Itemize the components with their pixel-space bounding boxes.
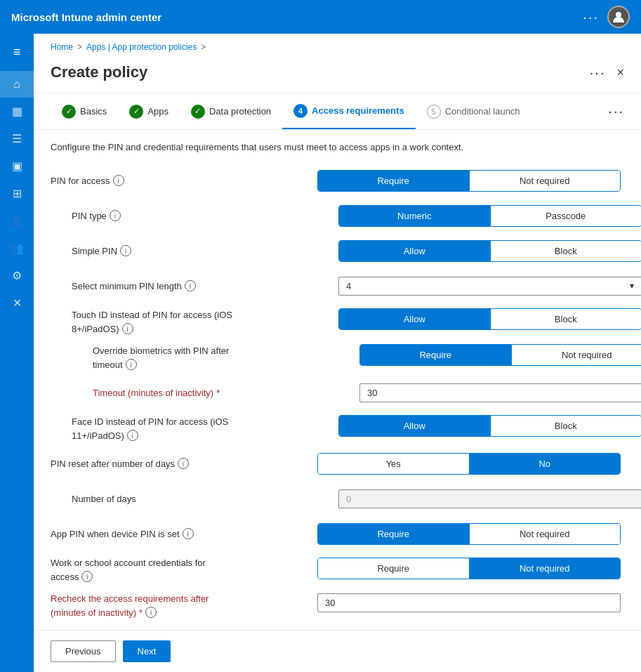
face-id-info-icon[interactable]: i: [127, 430, 138, 441]
sidebar-item-list[interactable]: ☰: [0, 125, 34, 152]
wizard-more-button[interactable]: ···: [608, 93, 624, 129]
avatar[interactable]: [607, 6, 630, 28]
override-biometrics-label: Override biometrics with PIN after timeo…: [93, 344, 359, 370]
override-biometrics-require-btn[interactable]: Require: [360, 345, 512, 365]
pin-type-row: PIN type i Numeric Passcode: [51, 203, 624, 228]
sidebar-item-apps[interactable]: ⊞: [0, 180, 34, 207]
recheck-access-info-icon[interactable]: i: [145, 607, 157, 618]
tab-conditional-launch[interactable]: 5 Conditional launch: [416, 95, 531, 129]
content-area: Home > Apps | App protection policies > …: [34, 34, 641, 672]
tab-data-protection[interactable]: ✓ Data protection: [180, 95, 282, 129]
work-credentials-toggle: Require Not required: [317, 558, 621, 579]
tab-access-num-icon: 4: [293, 104, 308, 118]
min-pin-length-control: 4 ▾: [338, 277, 641, 296]
min-pin-length-arrow-icon: ▾: [630, 281, 634, 291]
override-biometrics-row: Override biometrics with PIN after timeo…: [51, 344, 624, 370]
work-credentials-info-icon[interactable]: i: [81, 571, 93, 582]
sidebar-toggle[interactable]: ≡: [8, 39, 27, 65]
work-credentials-not-required-btn[interactable]: Not required: [470, 558, 621, 579]
pin-for-access-info-icon[interactable]: i: [113, 175, 124, 186]
face-id-block-btn[interactable]: Block: [491, 416, 642, 436]
pin-for-access-row: PIN for access i Require Not required: [51, 168, 624, 193]
breadcrumb-sep-1: >: [77, 42, 82, 52]
work-credentials-require-btn[interactable]: Require: [318, 558, 470, 579]
touch-id-allow-btn[interactable]: Allow: [339, 309, 491, 329]
recheck-access-input[interactable]: [317, 593, 621, 612]
recheck-access-control: [317, 593, 624, 612]
app-pin-device-require-btn[interactable]: Require: [318, 524, 470, 544]
topbar-more-button[interactable]: ···: [583, 9, 599, 25]
recheck-access-label: Recheck the access requirements after (m…: [51, 592, 317, 618]
face-id-toggle: Allow Block: [338, 415, 641, 437]
pin-type-label: PIN type i: [72, 210, 338, 221]
tab-access-requirements[interactable]: 4 Access requirements: [282, 94, 416, 129]
touch-id-block-btn[interactable]: Block: [491, 309, 642, 329]
previous-button[interactable]: Previous: [51, 640, 116, 662]
app-pin-device-row: App PIN when device PIN is set i Require…: [51, 521, 624, 546]
timeout-input[interactable]: [359, 383, 641, 402]
pin-for-access-not-required-btn[interactable]: Not required: [470, 171, 621, 191]
sidebar-item-users[interactable]: 👤: [0, 207, 34, 235]
sidebar-item-home[interactable]: ⌂: [0, 71, 34, 98]
sidebar-item-devices[interactable]: ▣: [0, 152, 34, 180]
override-biometrics-not-required-btn[interactable]: Not required: [512, 345, 642, 365]
app-pin-device-not-required-btn[interactable]: Not required: [470, 524, 621, 544]
breadcrumb-policies[interactable]: Apps | App protection policies: [86, 42, 197, 52]
face-id-label: Face ID instead of PIN for access (iOS 1…: [72, 415, 338, 441]
sidebar: ≡ ⌂ ▦ ☰ ▣ ⊞ 👤 👥 ⚙ ✕: [0, 34, 34, 672]
pin-reset-info-icon[interactable]: i: [178, 458, 189, 469]
tab-apps[interactable]: ✓ Apps: [118, 95, 180, 129]
pin-reset-yes-btn[interactable]: Yes: [318, 454, 470, 474]
pin-reset-control: Yes No: [317, 453, 624, 475]
timeout-control: [359, 383, 641, 402]
pin-type-passcode-btn[interactable]: Passcode: [491, 206, 642, 226]
face-id-allow-btn[interactable]: Allow: [339, 416, 491, 436]
pin-reset-toggle: Yes No: [317, 453, 621, 475]
tab-basics[interactable]: ✓ Basics: [51, 95, 118, 129]
work-credentials-control: Require Not required: [317, 558, 624, 579]
simple-pin-info-icon[interactable]: i: [120, 245, 131, 256]
sidebar-item-groups[interactable]: 👥: [0, 235, 34, 262]
breadcrumb: Home > Apps | App protection policies >: [34, 34, 641, 55]
simple-pin-label: Simple PIN i: [72, 245, 338, 256]
tab-data-protection-check-icon: ✓: [191, 105, 205, 119]
tab-apps-label: Apps: [147, 106, 168, 117]
app-pin-device-control: Require Not required: [317, 523, 624, 545]
sidebar-item-settings[interactable]: ⚙: [0, 262, 34, 289]
breadcrumb-sep-2: >: [201, 42, 206, 52]
override-biometrics-toggle: Require Not required: [359, 344, 641, 366]
min-pin-length-info-icon[interactable]: i: [185, 280, 196, 291]
wizard-tabs: ✓ Basics ✓ Apps ✓ Data protection 4 Acce…: [34, 93, 641, 130]
sidebar-item-dashboard[interactable]: ▦: [0, 98, 34, 125]
simple-pin-allow-btn[interactable]: Allow: [339, 241, 491, 261]
panel-close-button[interactable]: ×: [616, 65, 624, 80]
next-button[interactable]: Next: [123, 640, 171, 662]
timeout-row: Timeout (minutes of inactivity) *: [51, 380, 624, 405]
pin-type-control: Numeric Passcode: [338, 205, 641, 227]
pin-type-info-icon[interactable]: i: [110, 210, 121, 221]
override-biometrics-info-icon[interactable]: i: [126, 359, 137, 370]
app-pin-device-info-icon[interactable]: i: [183, 528, 194, 539]
number-of-days-label: Number of days: [72, 494, 338, 504]
pin-for-access-label: PIN for access i: [51, 175, 317, 186]
panel-header: Create policy ··· ×: [34, 55, 641, 93]
pin-reset-no-btn[interactable]: No: [470, 454, 621, 474]
topbar: Microsoft Intune admin center ···: [0, 0, 641, 34]
min-pin-length-label: Select minimum PIN length i: [72, 280, 338, 291]
tab-access-requirements-label: Access requirements: [312, 105, 404, 116]
face-id-row: Face ID instead of PIN for access (iOS 1…: [51, 415, 624, 441]
breadcrumb-home[interactable]: Home: [51, 42, 73, 52]
pin-type-numeric-btn[interactable]: Numeric: [339, 206, 491, 226]
tab-data-protection-label: Data protection: [209, 106, 271, 117]
pin-for-access-control: Require Not required: [317, 170, 624, 192]
min-pin-length-dropdown[interactable]: 4 ▾: [338, 277, 641, 296]
touch-id-toggle: Allow Block: [338, 308, 641, 330]
pin-for-access-require-btn[interactable]: Require: [318, 171, 470, 191]
panel: Create policy ··· × ✓ Basics ✓ Apps ✓: [34, 55, 641, 672]
panel-more-button[interactable]: ···: [590, 65, 606, 81]
main-layout: ≡ ⌂ ▦ ☰ ▣ ⊞ 👤 👥 ⚙ ✕ Home > Apps | App pr…: [0, 34, 641, 672]
touch-id-info-icon[interactable]: i: [122, 323, 133, 334]
simple-pin-block-btn[interactable]: Block: [491, 241, 642, 261]
sidebar-item-tools[interactable]: ✕: [0, 289, 34, 317]
work-credentials-row: Work or school account credentials for a…: [51, 556, 624, 582]
